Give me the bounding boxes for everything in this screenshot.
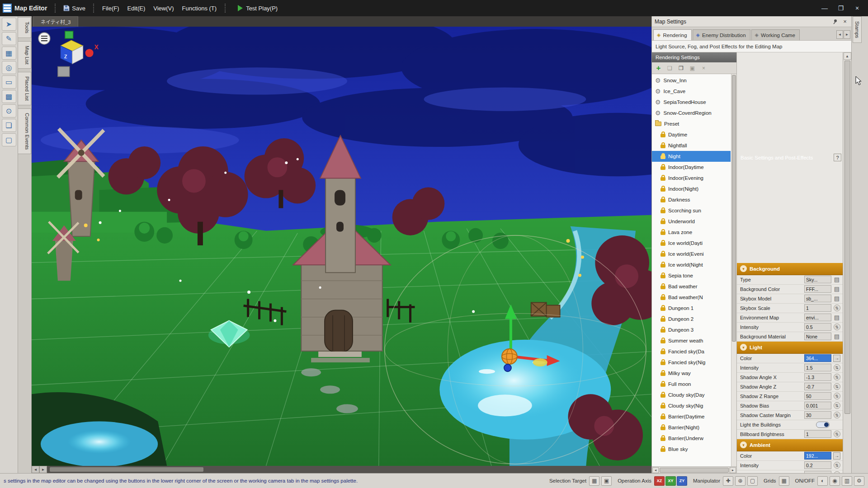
dropdown-icon[interactable]: ▤ <box>834 333 840 340</box>
spinner-icon[interactable]: ⇅ <box>834 402 840 409</box>
rendering-setting-item[interactable]: Lava zone <box>652 227 731 238</box>
delete-setting-button[interactable]: × <box>698 63 709 73</box>
spinner-icon[interactable]: ⇅ <box>834 324 840 330</box>
close-button[interactable]: × <box>849 2 865 14</box>
property-row[interactable]: ▾ Light the Buildings ▤ ⇅ → <box>737 420 843 430</box>
property-row[interactable]: ▾ Light ▤ ⇅ → <box>737 342 843 354</box>
list-v-scrollbar[interactable] <box>731 74 736 466</box>
list-h-scrollbar[interactable]: ◄ ► <box>652 466 736 473</box>
operation-axis-button[interactable]: XY <box>665 476 676 486</box>
toolbar-tool-button[interactable]: ➤ <box>2 18 16 31</box>
rendering-setting-item[interactable]: Cloudy sky(Nig <box>652 400 731 411</box>
rendering-setting-item[interactable]: Blue sky <box>652 444 731 455</box>
rendering-setting-item[interactable]: Snow-CoverdRegion <box>652 108 731 118</box>
spinner-icon[interactable]: ⇅ <box>834 393 840 399</box>
map-settings-tab[interactable]: ◈ Working Came <box>751 29 800 40</box>
rotate-tool-button[interactable]: ⊕ <box>735 476 745 486</box>
property-value[interactable]: 2 <box>804 471 831 473</box>
property-row[interactable]: ▾ Skybox Scale 1 ▤ ⇅ → <box>737 304 843 313</box>
map-settings-tab[interactable]: ◈ Rendering <box>653 29 692 40</box>
collapse-icon[interactable]: ▾ <box>740 441 747 448</box>
rendering-setting-item[interactable]: Ice world(Night <box>652 259 731 270</box>
spinner-icon[interactable]: ⇅ <box>834 305 840 311</box>
side-panel-tab[interactable]: Tools <box>18 17 31 38</box>
add-setting-button[interactable]: + <box>653 63 664 73</box>
overlay-toggle-button[interactable]: ▥ <box>842 476 852 486</box>
panel-close-icon[interactable]: × <box>841 18 849 25</box>
property-value[interactable]: envi... <box>804 314 831 321</box>
rendering-setting-item[interactable]: Nightfall <box>652 140 731 151</box>
tab-scroll-right-button[interactable]: ► <box>844 30 850 39</box>
grids-toggle-button[interactable]: ▦ <box>779 476 789 486</box>
copy-setting-button[interactable]: ❐ <box>676 63 686 73</box>
rendering-setting-item[interactable]: Cloudy sky(Day <box>652 389 731 400</box>
rendering-setting-item[interactable]: Barrier(Daytime <box>652 411 731 422</box>
toggle-switch[interactable] <box>816 422 830 428</box>
property-value[interactable]: 192... <box>804 452 831 460</box>
rendering-setting-item[interactable]: Indoor(Night) <box>652 183 731 194</box>
dropdown-icon[interactable]: ▤ <box>834 286 840 292</box>
rendering-setting-item[interactable]: Sepia tone <box>652 270 731 281</box>
scroll-right-button[interactable]: ► <box>730 467 736 473</box>
settings-button[interactable]: ⚙ <box>854 476 864 486</box>
property-row[interactable]: ▾ Skybox Model sb_... ▤ ⇅ → <box>737 294 843 304</box>
rendering-setting-item[interactable]: Full moon <box>652 379 731 389</box>
scroll-thumb[interactable] <box>732 75 736 342</box>
rendering-setting-item[interactable]: Ice world(Eveni <box>652 249 731 259</box>
spinner-icon[interactable]: ⇅ <box>834 383 840 390</box>
toolbar-tool-button[interactable]: ◎ <box>2 61 16 74</box>
operation-axis-button[interactable]: XZ <box>654 476 665 486</box>
property-row[interactable]: ▾ Ambient ▤ ⇅ → <box>737 439 843 451</box>
map-tab[interactable]: ネイティ村_3 <box>33 16 78 27</box>
viewport-menu-button[interactable] <box>38 33 50 44</box>
property-row[interactable]: ▾ Shadow Bias 0.001 ▤ ⇅ → <box>737 401 843 411</box>
tab-scroll-left-button[interactable]: ◄ <box>836 30 843 39</box>
property-value[interactable]: 0.2 <box>804 461 831 469</box>
rendering-setting-item[interactable]: Indoor(Evening <box>652 173 731 183</box>
property-row[interactable]: ▾ Intensity 0.5 ▤ ⇅ → <box>737 323 843 332</box>
toolbar-tool-button[interactable]: ⊙ <box>2 104 16 117</box>
property-value[interactable]: sb_... <box>804 295 831 302</box>
collapse-icon[interactable]: ▾ <box>740 265 747 272</box>
property-value[interactable]: -1.3 <box>804 373 831 381</box>
spinner-icon[interactable]: ⇅ <box>834 364 840 371</box>
rendering-setting-item[interactable]: Night <box>652 151 731 162</box>
map-settings-tab[interactable]: ◈ Enemy Distribution <box>693 29 750 40</box>
rendering-setting-item[interactable]: Summer weath <box>652 335 731 346</box>
property-row[interactable]: ▾ Billboard Brightness 1 ▤ ⇅ → <box>737 430 843 439</box>
rendering-setting-item[interactable]: Daytime <box>652 129 731 140</box>
menu-item[interactable]: Functions (T) <box>178 3 221 14</box>
menu-item[interactable]: Edit(E) <box>123 3 150 14</box>
property-row[interactable]: ▾ Type Sky... ▤ ⇅ → <box>737 275 843 285</box>
property-row[interactable]: ▾ Background ▤ ⇅ → <box>737 263 843 275</box>
property-row[interactable]: ▾ Intensity 0.2 ▤ ⇅ → <box>737 461 843 470</box>
panel-v-scrollbar[interactable]: ▲ <box>843 52 851 473</box>
toolbar-tool-button[interactable]: ▭ <box>2 75 16 89</box>
scroll-thumb[interactable] <box>660 468 729 473</box>
toolbar-tool-button[interactable]: ▦ <box>2 47 16 60</box>
toolbar-tool-button[interactable]: ❏ <box>2 119 16 132</box>
collapse-icon[interactable]: ▾ <box>740 344 747 351</box>
rendering-setting-item[interactable]: Scorching sun <box>652 205 731 216</box>
side-panel-tab[interactable]: Placed List <box>18 72 31 105</box>
property-row[interactable]: ▾ Shadow Caster Margin 30 ▤ ⇅ → <box>737 411 843 420</box>
rendering-setting-item[interactable]: Dungeon 2 <box>652 314 731 324</box>
property-value[interactable]: 1.5 <box>804 364 831 371</box>
property-row[interactable]: ▾ Environment Map envi... ▤ ⇅ → <box>737 313 843 323</box>
rendering-setting-item[interactable]: Indoor(Daytime <box>652 162 731 173</box>
rendering-setting-item[interactable]: Preset <box>652 118 731 129</box>
selection-target-object-button[interactable]: ▣ <box>601 476 612 486</box>
new-setting-button[interactable]: ❏ <box>665 63 675 73</box>
help-button[interactable]: ? <box>834 154 841 161</box>
rendering-setting-item[interactable]: Underworld <box>652 216 731 227</box>
property-value[interactable]: 0.001 <box>804 402 831 409</box>
property-value[interactable]: 50 <box>804 392 831 400</box>
property-value[interactable]: Sky... <box>804 276 831 283</box>
side-panel-tab[interactable]: Map List <box>18 41 31 69</box>
menu-item[interactable]: File(F) <box>98 3 123 14</box>
minimize-button[interactable]: — <box>816 2 833 14</box>
operation-axis-button[interactable]: ZY <box>677 476 687 486</box>
paste-setting-button[interactable]: ▣ <box>687 63 698 73</box>
property-row[interactable]: ▾ IBL Intensity 2 ▤ ⇅ → <box>737 470 843 474</box>
rendering-setting-item[interactable]: SepiaTonedHouse <box>652 97 731 108</box>
